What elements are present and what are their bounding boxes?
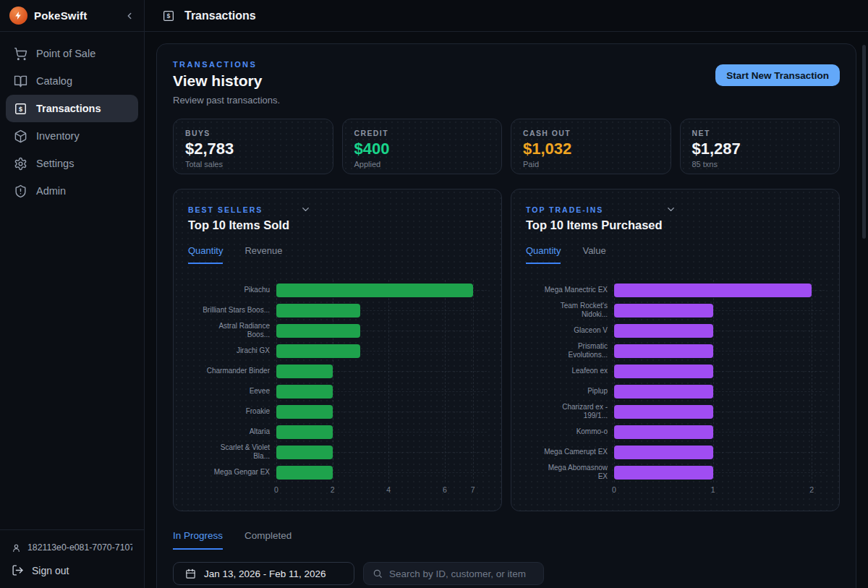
category-label: Altaria bbox=[188, 427, 276, 436]
category-label: Scarlet & Violet Bla... bbox=[188, 443, 276, 461]
x-axis: 02467 bbox=[276, 484, 487, 495]
bar-row: Brilliant Stars Boos... bbox=[188, 300, 487, 320]
bar bbox=[276, 405, 333, 419]
user-icon bbox=[12, 543, 21, 553]
best-sellers-chart: PikachuBrilliant Stars Boos...Astral Rad… bbox=[188, 280, 487, 495]
stat-card-net: NET $1,287 85 txns bbox=[680, 119, 841, 174]
topbar: $ Transactions bbox=[145, 0, 868, 32]
bar-row: Mega Manectric EX bbox=[526, 280, 825, 300]
axis-tick: 6 bbox=[443, 485, 447, 494]
category-label: Glaceon V bbox=[526, 326, 614, 335]
sidebar-item-admin[interactable]: Admin bbox=[6, 177, 138, 205]
sidebar-collapse-button[interactable] bbox=[124, 11, 135, 21]
sidebar-item-label: Inventory bbox=[36, 130, 80, 142]
sidebar-item-label: Catalog bbox=[36, 75, 72, 87]
category-label: Froakie bbox=[188, 407, 276, 416]
tab-revenue[interactable]: Revenue bbox=[244, 245, 282, 264]
category-label: Astral Radiance Boos... bbox=[188, 322, 276, 339]
sidebar-item-label: Settings bbox=[36, 158, 74, 169]
page-header-title: Transactions bbox=[184, 9, 256, 22]
search-box bbox=[363, 562, 544, 585]
book-icon bbox=[14, 74, 27, 88]
axis-tick: 2 bbox=[331, 485, 335, 494]
brand-name: PokeSwift bbox=[34, 9, 118, 22]
stat-sub: 85 txns bbox=[692, 160, 828, 169]
tab-value[interactable]: Value bbox=[582, 245, 605, 264]
chart-title: Top 10 Items Purchased bbox=[526, 218, 825, 232]
stat-label: BUYS bbox=[185, 129, 321, 137]
search-input[interactable] bbox=[389, 568, 535, 579]
gear-icon bbox=[14, 157, 27, 171]
bar bbox=[276, 344, 360, 358]
top-trade-ins-card: TOP TRADE-INS Top 10 Items Purchased Qua… bbox=[511, 189, 840, 511]
bar-row: Charizard ex - 199/1... bbox=[526, 401, 825, 422]
top-trade-ins-chart: Mega Manectric EXTeam Rocket's Nidoki...… bbox=[526, 280, 825, 495]
tab-quantity[interactable]: Quantity bbox=[188, 245, 223, 264]
sign-out-button[interactable]: Sign out bbox=[12, 560, 132, 578]
category-label: Charmander Binder bbox=[188, 367, 276, 375]
sidebar-item-point-of-sale[interactable]: Point of Sale bbox=[6, 40, 138, 67]
chevron-down-icon[interactable] bbox=[665, 204, 676, 215]
sidebar-item-inventory[interactable]: Inventory bbox=[6, 122, 138, 150]
bar bbox=[276, 446, 333, 459]
axis-tick: 1 bbox=[711, 485, 715, 494]
bar bbox=[614, 284, 812, 297]
sidebar-header: PokeSwift bbox=[0, 0, 144, 32]
bar-row: Kommo-o bbox=[526, 422, 825, 442]
sign-out-icon bbox=[12, 564, 24, 576]
search-icon bbox=[373, 568, 383, 579]
bar-track bbox=[614, 341, 825, 361]
bar bbox=[614, 344, 713, 358]
bar bbox=[276, 324, 360, 338]
category-label: Pikachu bbox=[188, 286, 276, 294]
stat-card-credit: CREDIT $400 Applied bbox=[342, 119, 503, 174]
axis-tick: 2 bbox=[809, 485, 814, 494]
bar-row: Scarlet & Violet Bla... bbox=[188, 442, 487, 462]
chevron-down-icon[interactable] bbox=[300, 204, 311, 215]
banknote-icon: $ bbox=[14, 102, 27, 116]
tab-quantity[interactable]: Quantity bbox=[526, 245, 561, 264]
chart-tabs: Quantity Revenue bbox=[188, 245, 487, 264]
bar bbox=[276, 365, 333, 378]
date-range-picker[interactable]: Jan 13, 2026 - Feb 11, 2026 bbox=[173, 562, 354, 585]
stat-value: $400 bbox=[354, 140, 490, 158]
date-range-value: Jan 13, 2026 - Feb 11, 2026 bbox=[204, 568, 326, 579]
sidebar-item-label: Admin bbox=[36, 185, 66, 197]
start-new-transaction-button[interactable]: Start New Transaction bbox=[715, 64, 840, 86]
sidebar-item-catalog[interactable]: Catalog bbox=[6, 67, 138, 95]
content: TRANSACTIONS View history Review past tr… bbox=[145, 32, 868, 588]
bar-track bbox=[614, 300, 825, 320]
bar-track bbox=[276, 361, 487, 381]
vertical-scrollbar[interactable] bbox=[862, 45, 866, 239]
tab-in-progress[interactable]: In Progress bbox=[173, 530, 223, 550]
bar-track bbox=[276, 280, 487, 300]
page-title: View history bbox=[173, 72, 280, 90]
shield-alert-icon bbox=[14, 184, 27, 198]
sidebar-item-label: Transactions bbox=[36, 103, 101, 114]
category-label: Team Rocket's Nidoki... bbox=[526, 302, 614, 319]
bar-track bbox=[276, 381, 487, 401]
stat-value: $1,032 bbox=[523, 140, 659, 158]
axis-tick: 4 bbox=[386, 485, 391, 494]
sidebar-item-transactions[interactable]: $ Transactions bbox=[6, 95, 138, 122]
stat-label: NET bbox=[692, 129, 828, 137]
bar-row: Jirachi GX bbox=[188, 341, 487, 361]
axis-tick: 7 bbox=[471, 485, 475, 494]
stat-value: $1,287 bbox=[692, 140, 828, 158]
bar bbox=[614, 304, 713, 318]
bar bbox=[614, 365, 713, 378]
bar-row: Mega Gengar EX bbox=[188, 462, 487, 482]
bar bbox=[614, 385, 713, 399]
sidebar-footer: 182113e0-e081-7070-7107-... Sign out bbox=[0, 529, 144, 588]
bar-track bbox=[614, 381, 825, 401]
bar bbox=[614, 425, 713, 439]
tab-completed[interactable]: Completed bbox=[244, 530, 292, 550]
bar-track bbox=[614, 361, 825, 381]
bar-row: Piplup bbox=[526, 381, 825, 401]
bar bbox=[614, 466, 713, 480]
bar-track bbox=[614, 280, 825, 300]
bar-track bbox=[276, 401, 487, 422]
bar bbox=[276, 304, 360, 318]
user-id-row: 182113e0-e081-7070-7107-... bbox=[12, 540, 132, 560]
sidebar-item-settings[interactable]: Settings bbox=[6, 150, 138, 177]
